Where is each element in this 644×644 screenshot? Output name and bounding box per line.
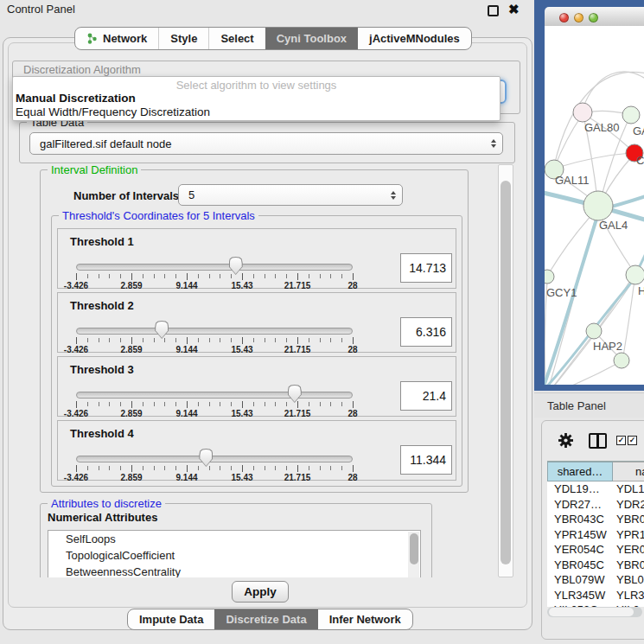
checkbox-icon[interactable]: ✓ [616,436,626,445]
network-node[interactable] [545,270,554,284]
tick-label: 2.859 [120,409,142,418]
dropdown-option-manual-discretization[interactable]: Manual Discretization [13,92,500,105]
table-row[interactable]: YBR043CYBR0 [547,512,644,527]
table-row[interactable]: YBR045CYBR0 [547,558,644,573]
checkbox-icon[interactable]: ✓ [628,436,637,445]
table-data-selected: galFiltered.sif default node [40,137,171,150]
threshold-slider[interactable]: -3.4262.8599.14415.4321.71528 [76,258,353,288]
control-panel-titlebar: Control Panel ✖ [0,0,534,19]
tick-label: 15.43 [231,281,252,290]
slider-ticks [76,465,353,473]
attribute-item-selfloops[interactable]: SelfLoops [48,531,420,547]
gear-icon[interactable] [558,432,574,449]
tick-label: 28 [348,473,357,482]
slider-track[interactable] [76,392,353,399]
tab-network[interactable]: Network [75,28,158,49]
slider-track[interactable] [76,328,353,335]
attribute-item-topologicalcoefficient[interactable]: TopologicalCoefficient [48,547,420,564]
network-edge[interactable] [557,153,631,168]
table-horizontal-scrollbar[interactable] [547,607,642,617]
network-window-titlebar[interactable] [545,7,644,27]
tick-label: 28 [348,281,357,290]
tab-discretize-data[interactable]: Discretize Data [214,609,317,629]
tick-label: 2.859 [120,281,142,290]
column-header-shared-name[interactable]: shared… [547,462,613,481]
tick-label: 9.144 [175,473,197,482]
threshold-value-field[interactable]: 11.344 [400,445,452,475]
table-header-row: shared… na [547,461,644,481]
tick-label: 21.715 [284,281,311,290]
tick-label: 15.43 [231,473,252,482]
network-node[interactable] [583,191,613,220]
panel-title: Control Panel [7,3,75,16]
dropdown-option-equal-width-frequency-discretization[interactable]: Equal Width/Frequency Discretization [13,105,500,119]
table-row[interactable]: YER054CYER0 [547,542,644,558]
tab-select[interactable]: Select [208,28,265,49]
node-label: GAL80 [584,121,619,134]
group-threshold-coordinates: Threshold's Coordinates for 5 Intervals … [51,215,462,487]
threshold-value-field[interactable]: 21.4 [400,381,452,411]
node-label: H [638,284,644,297]
apply-button[interactable]: Apply [232,581,289,603]
threshold-slider[interactable]: -3.4262.8599.14415.4321.71528 [76,450,353,480]
network-edge[interactable] [603,156,633,197]
tab-cyni-toolbox[interactable]: Cyni Toolbox [265,28,358,49]
column-settings-icon[interactable] [589,433,607,449]
algorithm-dropdown-popup: Select algorithm to view settings Manual… [12,76,501,121]
network-node[interactable] [573,103,592,122]
list-scrollbar[interactable] [408,532,419,577]
close-traffic-light-icon[interactable] [559,13,569,22]
table-row[interactable]: YDR27…YDR2 [547,497,644,513]
network-canvas[interactable]: GAL80GACGAL11GAL4GCY1HHAP2 [545,26,644,385]
group-title: Threshold's Coordinates for 5 Intervals [59,209,258,222]
tab-jactivemnodules[interactable]: jActiveMNodules [358,28,471,49]
group-interval-definition: Interval Definition Number of Intervals … [40,169,469,493]
tick-label: -3.426 [64,409,88,418]
network-node[interactable] [622,106,640,124]
network-node[interactable] [626,265,644,284]
number-of-intervals-combobox[interactable]: 5 [178,184,403,206]
tab-style[interactable]: Style [158,28,208,49]
slider-thumb[interactable] [199,449,213,467]
close-icon[interactable]: ✖ [508,4,519,15]
minimize-traffic-light-icon[interactable] [574,13,583,22]
slider-thumb[interactable] [155,321,169,339]
network-window[interactable]: GAL80GACGAL11GAL4GCY1HHAP2 [534,0,644,391]
threshold-label: Threshold 1 [70,235,134,248]
settings-vertical-scrollbar[interactable] [498,164,513,577]
slider-track[interactable] [76,456,353,462]
table-panel-titlebar: Table Panel [534,392,644,418]
zoom-traffic-light-icon[interactable] [589,13,598,22]
threshold-value-field[interactable]: 14.713 [400,253,452,283]
slider-thumb[interactable] [229,257,243,275]
table-row[interactable]: YBL079WYBL0 [547,572,644,588]
attribute-item-betweennesscentrality[interactable]: BetweennessCentrality [48,564,420,577]
threshold-slider[interactable]: -3.4262.8599.14415.4321.71528 [76,386,353,416]
network-graph: GAL80GACGAL11GAL4GCY1HHAP2 [545,26,644,385]
table-panel-title: Table Panel [547,399,606,412]
network-node[interactable] [614,353,629,368]
tab-impute-data[interactable]: Impute Data [128,609,214,629]
table-row[interactable]: YLR345WYLR3 [547,588,644,603]
tick-label: 21.715 [284,409,311,418]
table-row[interactable]: YDL19…YDL1 [547,481,644,497]
threshold-slider[interactable]: -3.4262.8599.14415.4321.71528 [76,322,353,352]
number-of-intervals-value: 5 [188,188,194,201]
table-data-combobox[interactable]: galFiltered.sif default node [29,132,503,155]
network-node[interactable] [586,323,602,339]
slider-thumb[interactable] [288,385,302,403]
slider-track[interactable] [76,264,353,271]
number-of-intervals-label: Number of Intervals [73,189,179,202]
float-window-icon[interactable] [488,5,499,16]
numerical-attributes-list[interactable]: SelfLoopsTopologicalCoefficientBetweenne… [48,530,421,577]
slider-ticks [76,401,353,409]
network-edge[interactable] [583,72,644,109]
column-header-name[interactable]: na [613,462,644,481]
tick-label: -3.426 [64,281,88,290]
tab-infer-network[interactable]: Infer Network [318,609,412,629]
group-title: Interval Definition [48,164,141,176]
table-row[interactable]: YPR145WYPR1 [547,527,644,543]
node-label: GA [633,124,644,137]
tick-label: 28 [348,345,357,354]
threshold-value-field[interactable]: 6.316 [400,317,452,347]
